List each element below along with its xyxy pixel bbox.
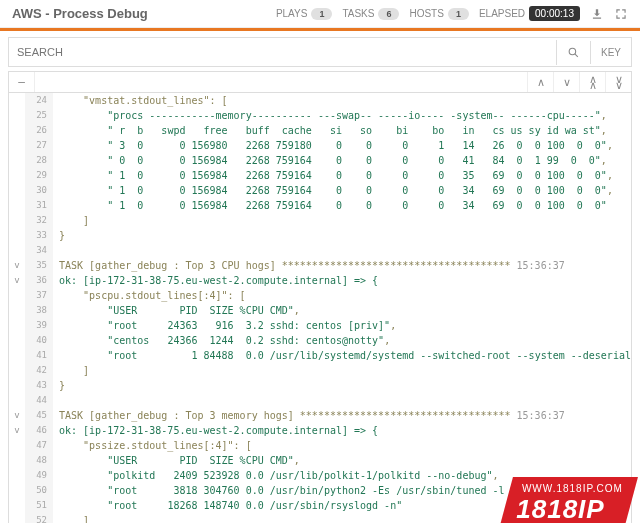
output-line: 27 " 3 0 0 156980 2268 759180 0 0 0 1 14… [9,138,631,153]
line-content: "USER PID SIZE %CPU CMD", [53,303,631,318]
output-line: 24 "vmstat.stdout_lines": [ [9,93,631,108]
output-line: 32 ] [9,213,631,228]
svg-point-0 [569,48,576,55]
collapse-button[interactable]: – [9,72,35,92]
line-number: 44 [25,393,53,408]
line-number: 32 [25,213,53,228]
output-pane[interactable]: 24 "vmstat.stdout_lines": [25 "procs ---… [8,93,632,523]
stat-plays: PLAYS 1 [276,8,333,20]
output-line: v36ok: [ip-172-31-38-75.eu-west-2.comput… [9,273,631,288]
accent-bar [0,28,640,31]
line-content: " 3 0 0 156980 2268 759180 0 0 0 1 14 26… [53,138,631,153]
stat-elapsed: ELAPSED 00:00:13 [479,6,580,21]
search-input[interactable] [9,38,556,66]
scroll-down-icon[interactable]: ∨ [553,72,579,92]
line-content: "pscpu.stdout_lines[:4]": [ [53,288,631,303]
line-number: 51 [25,498,53,513]
fold-gutter[interactable]: v [9,258,25,273]
output-line: 44 [9,393,631,408]
line-content: "centos 24366 1244 0.2 sshd: centos@nott… [53,333,631,348]
line-number: 38 [25,303,53,318]
output-line: 28 " 0 0 0 156984 2268 759164 0 0 0 0 41… [9,153,631,168]
line-content: "pssize.stdout_lines[:4]": [ [53,438,631,453]
search-button[interactable] [556,40,590,65]
line-number: 34 [25,243,53,258]
output-line: 41 "root 1 84488 0.0 /usr/lib/systemd/sy… [9,348,631,363]
output-line: 33} [9,228,631,243]
plays-count: 1 [311,8,332,20]
download-icon[interactable] [590,7,604,21]
line-number: 41 [25,348,53,363]
line-number: 47 [25,438,53,453]
output-line: v35TASK [gather_debug : Top 3 CPU hogs] … [9,258,631,273]
line-content: " 1 0 0 156984 2268 759164 0 0 0 0 34 69… [53,183,631,198]
line-content: "procs -----------memory---------- ---sw… [53,108,631,123]
line-number: 39 [25,318,53,333]
line-number: 43 [25,378,53,393]
output-line: v46ok: [ip-172-31-38-75.eu-west-2.comput… [9,423,631,438]
output-line: 48 "USER PID SIZE %CPU CMD", [9,453,631,468]
line-number: 31 [25,198,53,213]
line-number: 42 [25,363,53,378]
line-number: 46 [25,423,53,438]
output-line: 37 "pscpu.stdout_lines[:4]": [ [9,288,631,303]
output-line: 43} [9,378,631,393]
line-number: 33 [25,228,53,243]
line-number: 26 [25,123,53,138]
output-line: 34 [9,243,631,258]
line-content: " 0 0 0 156984 2268 759164 0 0 0 0 41 84… [53,153,631,168]
output-line: 26 " r b swpd free buff cache si so bi b… [9,123,631,138]
stats-bar: PLAYS 1 TASKS 6 HOSTS 1 ELAPSED 00:00:13 [276,6,628,21]
stat-tasks: TASKS 6 [342,8,399,20]
line-content: ok: [ip-172-31-38-75.eu-west-2.compute.i… [53,273,631,288]
hosts-count: 1 [448,8,469,20]
line-number: 28 [25,153,53,168]
fold-gutter[interactable]: v [9,423,25,438]
fold-gutter[interactable]: v [9,408,25,423]
elapsed-value: 00:00:13 [529,6,580,21]
jump-top-icon[interactable]: ∧∧ [579,72,605,92]
line-content: TASK [gather_debug : Top 3 CPU hogs] ***… [53,258,631,273]
line-content: TASK [gather_debug : Top 3 memory hogs] … [53,408,631,423]
output-line: 31 " 1 0 0 156984 2268 759164 0 0 0 0 34… [9,198,631,213]
stat-hosts: HOSTS 1 [409,8,468,20]
line-number: 50 [25,483,53,498]
output-line: 25 "procs -----------memory---------- --… [9,108,631,123]
expand-icon[interactable] [614,7,628,21]
line-number: 25 [25,108,53,123]
line-content: } [53,228,631,243]
output-line: 40 "centos 24366 1244 0.2 sshd: centos@n… [9,333,631,348]
line-number: 45 [25,408,53,423]
line-content: "root 1 84488 0.0 /usr/lib/systemd/syste… [53,348,631,363]
line-number: 27 [25,138,53,153]
watermark: WWW.1818IP.COM 1818IP [499,477,638,523]
scroll-up-icon[interactable]: ∧ [527,72,553,92]
line-number: 48 [25,453,53,468]
jump-bottom-icon[interactable]: ∨∨ [605,72,631,92]
line-content: } [53,378,631,393]
line-number: 49 [25,468,53,483]
line-number: 40 [25,333,53,348]
key-button[interactable]: KEY [590,41,631,64]
line-number: 30 [25,183,53,198]
line-number: 29 [25,168,53,183]
line-content: ] [53,213,631,228]
line-content: ok: [ip-172-31-38-75.eu-west-2.compute.i… [53,423,631,438]
output-line: 29 " 1 0 0 156984 2268 759164 0 0 0 0 35… [9,168,631,183]
line-content: "vmstat.stdout_lines": [ [53,93,631,108]
output-line: 42 ] [9,363,631,378]
line-content: "USER PID SIZE %CPU CMD", [53,453,631,468]
line-number: 36 [25,273,53,288]
output-line: 39 "root 24363 916 3.2 sshd: centos [pri… [9,318,631,333]
line-number: 24 [25,93,53,108]
fold-gutter[interactable]: v [9,273,25,288]
line-content: " 1 0 0 156984 2268 759164 0 0 0 0 35 69… [53,168,631,183]
line-content: ] [53,363,631,378]
output-line: 30 " 1 0 0 156984 2268 759164 0 0 0 0 34… [9,183,631,198]
line-content: " 1 0 0 156984 2268 759164 0 0 0 0 34 69… [53,198,631,213]
line-number: 37 [25,288,53,303]
line-number: 52 [25,513,53,523]
line-content: " r b swpd free buff cache si so bi bo i… [53,123,631,138]
line-number: 35 [25,258,53,273]
search-bar: KEY [8,37,632,67]
